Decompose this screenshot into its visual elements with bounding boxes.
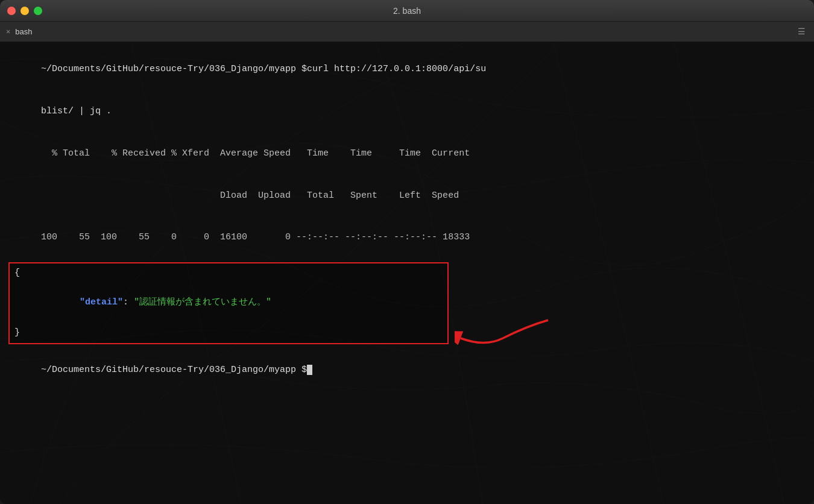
- terminal-content: ~/Documents/GitHub/resouce-Try/036_Djang…: [0, 42, 814, 504]
- terminal-window: 2. bash ✕ bash ☰ ~/Documents/GitHub/reso…: [0, 0, 814, 504]
- menu-icon[interactable]: ☰: [798, 27, 806, 37]
- curl-header-2: Dload Upload Total Spent Left Speed: [8, 174, 806, 216]
- json-value: "認証情報が含まれていません。": [134, 297, 271, 307]
- tab-close-icon[interactable]: ✕: [6, 27, 10, 36]
- cursor: [307, 365, 312, 375]
- close-button[interactable]: [7, 7, 16, 15]
- command-line-1: ~/Documents/GitHub/resouce-Try/036_Djang…: [8, 48, 806, 90]
- json-open-brace: {: [14, 266, 443, 281]
- window-title: 2. bash: [393, 6, 421, 16]
- json-detail-line: "detail": "認証情報が含まれていません。": [14, 281, 443, 326]
- command-line-1b: blist/ | jq .: [8, 90, 806, 133]
- arrow-annotation: [455, 308, 551, 359]
- json-close-brace: }: [14, 326, 443, 341]
- maximize-button[interactable]: [34, 7, 42, 15]
- minimize-button[interactable]: [21, 7, 29, 15]
- prompt-2: ~/Documents/GitHub/resouce-Try/036_Djang…: [8, 349, 806, 391]
- json-key: "detail": [80, 297, 123, 307]
- tab-bar: ✕ bash ☰: [0, 22, 814, 42]
- title-bar: 2. bash: [0, 0, 814, 22]
- json-output-block: { "detail": "認証情報が含まれていません。" }: [8, 262, 449, 344]
- window-controls: [7, 7, 42, 15]
- curl-header-1: % Total % Received % Xferd Average Speed…: [8, 133, 806, 175]
- curl-data-row: 100 55 100 55 0 0 16100 0 --:--:-- --:--…: [8, 216, 806, 259]
- tab-label[interactable]: bash: [15, 27, 32, 36]
